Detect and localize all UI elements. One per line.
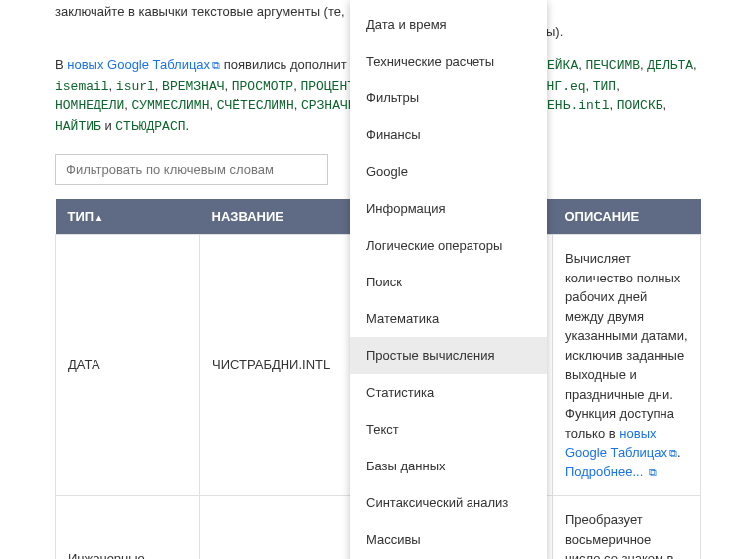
dropdown-item[interactable]: Информация [350, 190, 547, 227]
dropdown-item[interactable]: Финансы [350, 116, 547, 153]
dropdown-item[interactable]: Google [350, 153, 547, 190]
dropdown-item[interactable]: Поиск [350, 264, 547, 300]
external-link-icon: ⧉ [669, 445, 677, 462]
cell-desc: Преобразует восьмеричное число со знаком… [553, 496, 701, 560]
new-sheets-link[interactable]: новых Google Таблицах [67, 57, 210, 72]
more-link[interactable]: Подробнее... [565, 465, 643, 479]
dropdown-item[interactable]: Массивы [350, 521, 547, 558]
cell-desc: Вычисляет количество полных рабочих дней… [553, 235, 701, 496]
cell-name: ЧИСТРАБДНИ.INTL [200, 235, 369, 496]
cell-name: ВОСЬМ.В.ДВ [200, 496, 369, 560]
cell-type: Инженерные функции [56, 496, 200, 560]
dropdown-item[interactable]: Технические расчеты [350, 43, 547, 80]
dropdown-item[interactable]: Дата и время [350, 6, 547, 43]
dropdown-item[interactable]: Текст [350, 411, 547, 448]
dropdown-item[interactable]: Базы данных [350, 448, 547, 484]
dropdown-item[interactable]: Синтаксический анализ [350, 484, 547, 521]
dropdown-item[interactable]: Математика [350, 300, 547, 337]
external-link-icon: ⧉ [649, 465, 657, 481]
dropdown-item[interactable]: Фильтры [350, 80, 547, 116]
dropdown-item[interactable]: Статистика [350, 374, 547, 411]
external-link-icon: ⧉ [212, 57, 220, 74]
filter-input[interactable] [55, 154, 328, 185]
desc-link[interactable]: новых Google Таблицах [565, 426, 667, 461]
category-dropdown[interactable]: Дата и времяТехнические расчетыФильтрыФи… [350, 0, 547, 559]
dropdown-item[interactable]: Логические операторы [350, 227, 547, 264]
th-desc[interactable]: ОПИСАНИЕ [553, 199, 701, 235]
cell-type: ДАТА [56, 235, 200, 496]
th-name[interactable]: НАЗВАНИЕ [200, 199, 369, 235]
th-type[interactable]: ТИП [56, 199, 200, 235]
dropdown-item[interactable]: Простые вычисления [350, 337, 547, 374]
